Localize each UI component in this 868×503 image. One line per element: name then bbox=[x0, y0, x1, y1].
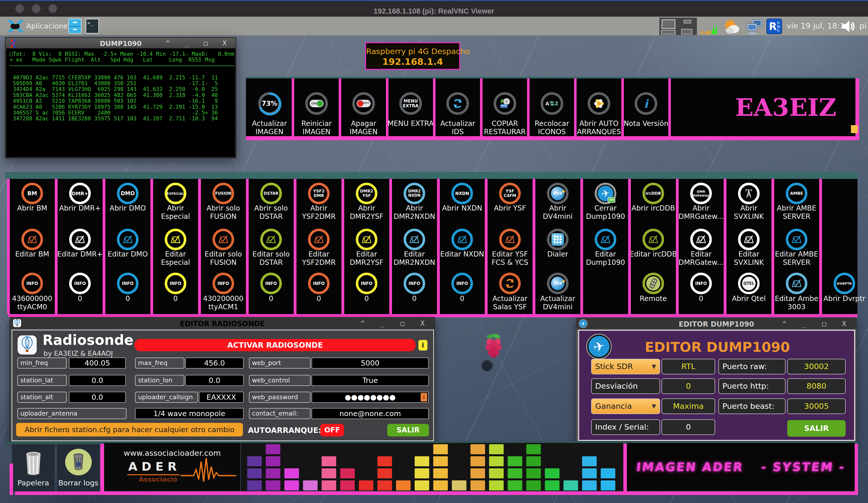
grid-remote[interactable]: Remote bbox=[629, 179, 677, 314]
grid-info-dmo[interactable]: INFO0 bbox=[104, 179, 152, 314]
grid-info-fusion[interactable]: INFO430200000ttyACM1 bbox=[199, 179, 247, 314]
open-station-cfg-button[interactable]: Abrir fichero station.cfg para hacer cua… bbox=[16, 423, 243, 437]
grid-info-bm[interactable]: INFO436000000ttyACM0 bbox=[8, 179, 56, 314]
uploader_callsign-label: uploader_callsign bbox=[135, 392, 198, 403]
bottom-sep-1 bbox=[100, 444, 104, 492]
autoarranque-label: AUTOARRANQUE: bbox=[248, 426, 321, 435]
station_lat-value[interactable]: 0.0 bbox=[69, 375, 126, 386]
stick-sdr-dropdown[interactable]: Stick SDR▼ bbox=[591, 359, 660, 374]
puerto-http-value[interactable]: 8080 bbox=[787, 378, 846, 394]
terminal-launcher-icon[interactable]: >_ bbox=[85, 19, 99, 34]
activar-radiosonde-button[interactable]: ACTIVAR RADIOSONDE bbox=[135, 339, 416, 351]
launcher-nota-version[interactable]: iNota Versión bbox=[623, 78, 670, 136]
max_freq-value[interactable]: 456.0 bbox=[185, 357, 244, 369]
eq-block bbox=[415, 456, 429, 466]
eq-block bbox=[489, 468, 504, 478]
launcher-copiar-restaurar[interactable]: COPIARRESTAURAR bbox=[481, 78, 528, 136]
grid-actualizar-dv4mini[interactable]: DV4★ActualizarDV4mini bbox=[534, 179, 582, 314]
dump1090-editor-window-controls[interactable]: ^ _ □ X bbox=[782, 320, 852, 328]
launcher-actualizar-ids[interactable]: ActualizarIDS bbox=[434, 78, 481, 136]
grid-info-ysf2dmr[interactable]: INFO0 bbox=[295, 179, 343, 314]
weather-icon[interactable] bbox=[723, 18, 741, 35]
launcher-abrir-auto-arranques[interactable]: Abrir AUTOARRANQUES bbox=[575, 78, 622, 136]
ganancia-dropdown[interactable]: Ganancia▼ bbox=[591, 398, 660, 414]
ader-pulse-icon bbox=[179, 455, 237, 483]
grid-separator bbox=[198, 179, 201, 314]
grid-actualizar-salas-ysf[interactable]: ActualizarSalas YSF bbox=[486, 179, 534, 314]
web_control-label: web_control bbox=[249, 375, 311, 386]
eq-block bbox=[582, 456, 597, 466]
realvnc-icon[interactable]: R VNC bbox=[766, 19, 782, 34]
station_lat-label: station_lat bbox=[17, 375, 66, 386]
menu-aplicaciones[interactable]: Aplicaciones bbox=[26, 22, 72, 30]
grid-label: Remote bbox=[628, 294, 679, 303]
workspace-pager[interactable] bbox=[659, 18, 697, 35]
ganancia-value[interactable]: Maxima bbox=[662, 398, 715, 414]
grid-editar-ambe-3003[interactable]: Editar Ambe3003 bbox=[773, 179, 820, 314]
grid-info-nxdn[interactable]: INFO0 bbox=[438, 179, 486, 314]
grid-separator bbox=[7, 179, 10, 314]
dump1090-window-controls[interactable]: ^ _ □ X bbox=[166, 40, 232, 47]
min_freq-value[interactable]: 400.05 bbox=[69, 357, 126, 369]
radiosonde-info-button[interactable]: i bbox=[418, 340, 427, 350]
papelera-cell[interactable]: Papelera bbox=[12, 444, 54, 492]
radiosonde-window-controls[interactable]: ^ _ □ X bbox=[361, 319, 431, 327]
launcher-apagar-imagen[interactable]: OFFApagarIMAGEN bbox=[340, 78, 387, 136]
eq-block bbox=[247, 480, 262, 491]
autoarranque-off-button[interactable]: OFF bbox=[320, 424, 344, 437]
web-password-info-button[interactable]: i bbox=[421, 393, 427, 401]
desviacion-ppm-value[interactable]: 0 bbox=[662, 378, 715, 394]
dump1090-editor-salir-button[interactable]: SALIR bbox=[787, 420, 846, 437]
grid-info-especial[interactable]: INFO0 bbox=[152, 179, 199, 314]
grid-abrir-dvrptr[interactable]: DVRPTRAbrir Dvrptr bbox=[820, 179, 868, 314]
grid-label: 0 bbox=[389, 294, 440, 303]
dump1090-titlebar[interactable]: DUMP1090 ^ _ □ X bbox=[6, 38, 236, 49]
system-monitor-graph[interactable] bbox=[701, 19, 721, 35]
uploader_antenna-value[interactable]: 1/4 wave monopole bbox=[135, 408, 244, 419]
grid-label: 0 bbox=[246, 294, 297, 303]
grid-label: 0 bbox=[676, 294, 726, 303]
dump1090-editor-titlebar[interactable]: ✈ EDITOR DUMP1090 ^ _ □ X bbox=[577, 318, 856, 329]
eq-block bbox=[601, 468, 615, 478]
web_port-value[interactable]: 5000 bbox=[311, 357, 429, 369]
index-serial-value[interactable]: 0 bbox=[662, 419, 715, 435]
puerto-beast-value[interactable]: 30005 bbox=[787, 398, 846, 414]
sticky-note[interactable] bbox=[851, 125, 858, 133]
eq-block bbox=[322, 468, 336, 478]
eq-block bbox=[601, 480, 615, 491]
grid-info-dmrgateway[interactable]: INFO0 bbox=[677, 179, 725, 314]
grid-info-dmrplus[interactable]: INFO0 bbox=[56, 179, 104, 314]
ader-assoc: Associació bbox=[139, 475, 177, 483]
puerto-raw-value[interactable]: 30002 bbox=[787, 359, 846, 374]
grid-info-dstar[interactable]: INFO0 bbox=[247, 179, 295, 314]
stick-sdr-value[interactable]: RTL bbox=[662, 359, 715, 374]
user-label: pi bbox=[859, 21, 867, 30]
grid-separator bbox=[341, 179, 344, 314]
uploader_callsign-value[interactable]: EAXXXX bbox=[199, 392, 244, 403]
web_password-value[interactable]: ●●●●●●●●i bbox=[311, 392, 429, 403]
launcher-actualizar-imagen[interactable]: 73%ActualizarIMAGEN bbox=[246, 78, 293, 136]
web_control-value[interactable]: True bbox=[311, 375, 429, 386]
station_lon-value[interactable]: 0.0 bbox=[185, 375, 244, 386]
network-computers-icon[interactable] bbox=[746, 19, 763, 35]
grid-editar-dump1090[interactable]: EditarDump1090 bbox=[582, 179, 629, 314]
dump1090-editor-plane-icon: ✈ bbox=[586, 334, 612, 359]
file-manager-icon[interactable] bbox=[69, 19, 82, 34]
launcher-reiniciar-imagen[interactable]: ONReiniciarIMAGEN bbox=[293, 78, 340, 136]
launcher-menu-extra[interactable]: MENU EXTRAMENU EXTRA bbox=[387, 78, 434, 136]
borrar-logs-cell[interactable]: Borrar logs bbox=[57, 444, 100, 492]
xfce-logo-icon[interactable] bbox=[7, 18, 24, 34]
grid-info-dmr2ysf[interactable]: INFO0 bbox=[343, 179, 391, 314]
volume-icon[interactable] bbox=[840, 18, 857, 35]
radiosonde-titlebar[interactable]: EDITOR RADIOSONDE ^ _ □ X bbox=[10, 317, 434, 329]
grid-info-dmr2nxdn[interactable]: INFO0 bbox=[391, 179, 438, 314]
launcher-recolocar-iconos[interactable]: A⇅ZRecolocarICONOS bbox=[528, 78, 575, 136]
puerto-beast-label: Puerto beast: bbox=[719, 398, 786, 414]
contact_email-value[interactable]: none@none.com bbox=[311, 408, 429, 419]
ader-underline bbox=[127, 474, 179, 475]
macos-titlebar: 192.168.1.108 (pi): RealVNC Viewer bbox=[0, 1, 868, 16]
index-serial-label: Index / Serial: bbox=[591, 419, 660, 435]
grid-abrir-qtel[interactable]: QTELAbrir Qtel bbox=[725, 179, 773, 314]
station_alt-value[interactable]: 0.0 bbox=[69, 392, 126, 403]
radiosonde-salir-button[interactable]: SALIR bbox=[387, 424, 429, 437]
